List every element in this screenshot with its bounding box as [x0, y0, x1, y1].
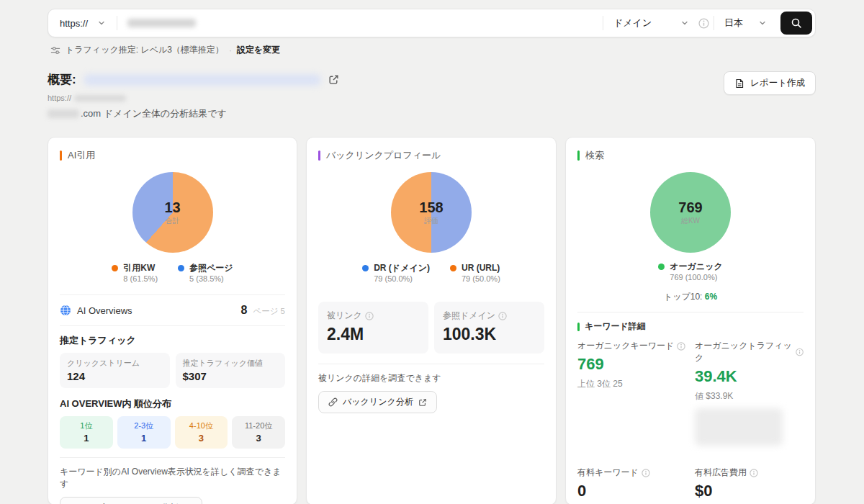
rank-box-4-10: 4-10位 3: [175, 416, 228, 449]
top10-value: 6%: [705, 292, 717, 302]
rank-distribution: 1位 1 2-3位 1 4-10位 3 11-20位 3: [60, 416, 285, 449]
info-icon[interactable]: [750, 469, 758, 477]
legend-label: オーガニック: [670, 261, 722, 271]
legend-item[interactable]: 参照ページ 5 (38.5%): [178, 263, 233, 286]
traffic-estimate-label: トラフィック推定: レベル3（標準推定）: [66, 44, 224, 56]
backlink-analysis-button[interactable]: バックリンク分析: [318, 391, 437, 413]
link-icon: [328, 397, 338, 407]
card-title-ai-citation: AI引用: [68, 149, 95, 162]
card-title-backlink: バックリンクプロフィール: [326, 149, 441, 162]
legend-label: DR (ドメイン): [374, 263, 430, 273]
ai-overviews-row: AI Overviews 8 ページ 5: [60, 302, 285, 318]
external-link-icon[interactable]: [328, 74, 339, 85]
chevron-down-icon: [681, 19, 688, 27]
accent-bar: [577, 150, 580, 161]
document-icon: [734, 78, 744, 89]
mode-select[interactable]: ドメイン: [603, 17, 698, 30]
rank-box-1: 1位 1: [60, 416, 113, 449]
info-icon[interactable]: [677, 342, 685, 351]
legend: オーガニック 769 (100.0%): [577, 261, 804, 284]
overview-title: 概要:: [48, 71, 76, 88]
redacted-chart: [695, 408, 783, 446]
ai-overviews-count: 8: [240, 304, 247, 317]
legend-label: 引用KW: [123, 263, 158, 273]
organic-traffic-metric: オーガニックトラフィック 39.4K 値 $33.9K: [695, 340, 804, 446]
url-prefix: https://: [48, 94, 71, 102]
backlink-profile-card: バックリンクプロフィール 158 評価 DR (ドメイン) 79 (50.0%)…: [306, 137, 557, 504]
url-redacted: [74, 95, 126, 102]
accent-bar: [60, 150, 62, 161]
search-pie-chart[interactable]: 769 総KW: [650, 172, 731, 253]
ai-citation-pie-chart[interactable]: 13 合計: [132, 172, 213, 253]
cards-row: AI引用 13 合計 引用KW 8 (61.5%) 参照ページ 5 (38: [48, 137, 816, 504]
info-icon[interactable]: [698, 18, 709, 29]
paid-keywords-value: 0: [577, 482, 686, 500]
pie-center-label: 158 評価: [391, 172, 472, 253]
legend-item[interactable]: UR (URL) 79 (50.0%): [450, 263, 500, 286]
aio-keyword-analysis-button[interactable]: AIO表示キーワード分析: [60, 497, 202, 504]
organic-keywords-sub: 上位 3位 25: [577, 378, 686, 390]
backlinks-value: 2.4M: [327, 325, 420, 344]
divider: [60, 457, 285, 458]
legend-dot: [450, 265, 456, 271]
paid-ad-cost-metric: 有料広告費用 $0 データなし: [695, 467, 804, 504]
organic-traffic-value: 39.4K: [695, 367, 804, 386]
legend-item[interactable]: 引用KW 8 (61.5%): [112, 263, 158, 286]
ref-domains-box: 参照ドメイン 100.3K: [434, 302, 544, 354]
ref-domains-label: 参照ドメイン: [443, 310, 536, 322]
legend-dot: [362, 265, 369, 271]
legend-item[interactable]: DR (ドメイン) 79 (50.0%): [362, 263, 430, 286]
legend-dot: [658, 264, 665, 270]
create-report-button[interactable]: レポート作成: [724, 71, 816, 95]
rank-box-2-3: 2-3位 1: [117, 416, 171, 449]
globe-icon: [60, 305, 71, 316]
protocol-select[interactable]: https://: [48, 18, 117, 29]
backlink-pie-chart[interactable]: 158 評価: [391, 172, 472, 253]
top10-label: トップ10:: [664, 292, 703, 302]
rank-distribution-heading: AI OVERVIEW内 順位分布: [60, 397, 285, 410]
organic-traffic-sub: 値 $33.9K: [695, 390, 804, 402]
organic-keywords-value: 769: [577, 355, 686, 374]
traffic-value-label: 推定トラフィック価値: [183, 358, 279, 369]
legend-value: 79 (50.0%): [374, 274, 430, 283]
traffic-value-box: 推定トラフィック価値 $307: [176, 353, 286, 388]
clickstream-box: クリックストリーム 124: [60, 353, 170, 388]
legend-dot: [178, 265, 184, 271]
info-icon[interactable]: [365, 312, 374, 320]
legend-label: 参照ページ: [189, 263, 233, 273]
country-select[interactable]: 日本: [714, 17, 776, 30]
domain-input-redacted[interactable]: [127, 19, 196, 27]
desc-domain-redacted: [48, 109, 79, 118]
backlinks-label: 被リンク: [327, 310, 420, 322]
legend-value: 79 (50.0%): [462, 274, 500, 283]
ref-domains-value: 100.3K: [443, 325, 536, 344]
chevron-down-icon: [98, 19, 105, 27]
legend-dot: [112, 265, 118, 271]
divider: [318, 364, 544, 364]
legend-item[interactable]: オーガニック 769 (100.0%): [658, 261, 722, 284]
estimated-traffic-heading: 推定トラフィック: [60, 334, 285, 347]
mode-label: ドメイン: [613, 17, 652, 30]
ai-citation-card: AI引用 13 合計 引用KW 8 (61.5%) 参照ページ 5 (38: [48, 137, 297, 504]
organic-keywords-metric: オーガニックキーワード 769 上位 3位 25: [577, 340, 686, 446]
legend-value: 8 (61.5%): [123, 274, 158, 283]
legend: 引用KW 8 (61.5%) 参照ページ 5 (38.5%): [60, 263, 285, 286]
legend-label: UR (URL): [462, 263, 500, 273]
overview-description: .com ドメイン全体の分析結果です: [81, 107, 227, 120]
info-icon[interactable]: [796, 348, 804, 356]
traffic-settings-row: トラフィック推定: レベル3（標準推定） · 設定を変更: [50, 44, 816, 56]
change-settings-link[interactable]: 設定を変更: [237, 44, 280, 56]
top10-row: トップ10: 6%: [577, 291, 804, 303]
info-icon[interactable]: [642, 469, 650, 477]
country-label: 日本: [724, 17, 743, 30]
backlinks-box: 被リンク 2.4M: [318, 302, 428, 354]
divider: [60, 294, 285, 295]
ai-overviews-label: AI Overviews: [77, 305, 132, 316]
search-button[interactable]: [780, 12, 812, 35]
card-title-search: 検索: [585, 149, 604, 162]
legend: DR (ドメイン) 79 (50.0%) UR (URL) 79 (50.0%): [318, 263, 544, 286]
legend-value: 769 (100.0%): [670, 273, 722, 282]
rank-box-11-20: 11-20位 3: [232, 416, 285, 449]
info-icon[interactable]: [498, 312, 507, 320]
report-button-label: レポート作成: [750, 77, 805, 89]
